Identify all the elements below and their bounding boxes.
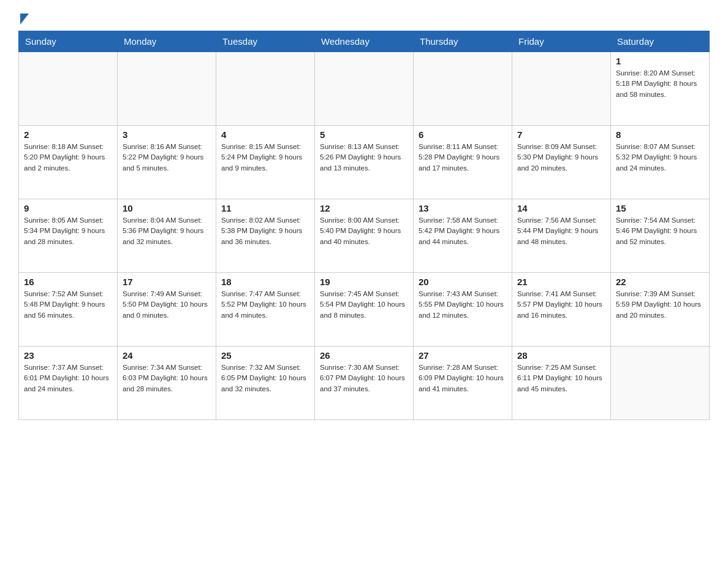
- day-number: 16: [24, 277, 112, 287]
- day-info: Sunrise: 8:09 AM Sunset: 5:30 PM Dayligh…: [517, 142, 605, 174]
- calendar-cell: 5Sunrise: 8:13 AM Sunset: 5:26 PM Daylig…: [315, 126, 414, 199]
- day-info: Sunrise: 7:56 AM Sunset: 5:44 PM Dayligh…: [517, 215, 605, 247]
- calendar-cell: [315, 52, 414, 126]
- calendar-cell: 3Sunrise: 8:16 AM Sunset: 5:22 PM Daylig…: [118, 126, 216, 199]
- calendar-table: SundayMondayTuesdayWednesdayThursdayFrid…: [18, 31, 710, 420]
- day-number: 7: [517, 129, 605, 140]
- calendar-cell: 26Sunrise: 7:30 AM Sunset: 6:07 PM Dayli…: [315, 347, 414, 420]
- day-info: Sunrise: 7:54 AM Sunset: 5:46 PM Dayligh…: [616, 215, 704, 247]
- day-info: Sunrise: 8:11 AM Sunset: 5:28 PM Dayligh…: [419, 142, 507, 174]
- day-number: 22: [616, 277, 704, 287]
- week-row-4: 23Sunrise: 7:37 AM Sunset: 6:01 PM Dayli…: [19, 347, 710, 420]
- day-number: 1: [616, 56, 704, 66]
- day-number: 2: [24, 129, 112, 140]
- day-header-thursday: Thursday: [414, 31, 512, 52]
- day-info: Sunrise: 7:25 AM Sunset: 6:11 PM Dayligh…: [517, 362, 605, 394]
- day-info: Sunrise: 8:16 AM Sunset: 5:22 PM Dayligh…: [123, 142, 211, 174]
- calendar-cell: 21Sunrise: 7:41 AM Sunset: 5:57 PM Dayli…: [512, 273, 611, 347]
- day-number: 14: [517, 203, 605, 213]
- day-number: 6: [419, 129, 507, 140]
- day-number: 28: [517, 350, 605, 361]
- day-header-saturday: Saturday: [611, 31, 710, 52]
- day-info: Sunrise: 7:45 AM Sunset: 5:54 PM Dayligh…: [320, 289, 408, 321]
- calendar-cell: 14Sunrise: 7:56 AM Sunset: 5:44 PM Dayli…: [512, 199, 611, 273]
- week-row-1: 2Sunrise: 8:18 AM Sunset: 5:20 PM Daylig…: [19, 126, 710, 199]
- day-number: 25: [221, 350, 309, 361]
- day-info: Sunrise: 7:58 AM Sunset: 5:42 PM Dayligh…: [419, 215, 507, 247]
- calendar-cell: 4Sunrise: 8:15 AM Sunset: 5:24 PM Daylig…: [216, 126, 315, 199]
- logo-triangle-icon: [20, 13, 29, 25]
- calendar-cell: [216, 52, 315, 126]
- day-number: 26: [320, 350, 408, 361]
- day-number: 12: [320, 203, 408, 213]
- calendar-cell: [414, 52, 512, 126]
- week-row-0: 1Sunrise: 8:20 AM Sunset: 5:18 PM Daylig…: [19, 52, 710, 126]
- day-info: Sunrise: 8:15 AM Sunset: 5:24 PM Dayligh…: [221, 142, 309, 174]
- day-header-friday: Friday: [512, 31, 611, 52]
- day-number: 9: [24, 203, 112, 213]
- week-row-2: 9Sunrise: 8:05 AM Sunset: 5:34 PM Daylig…: [19, 199, 710, 273]
- calendar-cell: 10Sunrise: 8:04 AM Sunset: 5:36 PM Dayli…: [118, 199, 216, 273]
- day-header-monday: Monday: [118, 31, 216, 52]
- calendar-cell: 25Sunrise: 7:32 AM Sunset: 6:05 PM Dayli…: [216, 347, 315, 420]
- day-number: 10: [123, 203, 211, 213]
- calendar-cell: 27Sunrise: 7:28 AM Sunset: 6:09 PM Dayli…: [414, 347, 512, 420]
- day-info: Sunrise: 8:07 AM Sunset: 5:32 PM Dayligh…: [616, 142, 704, 174]
- day-info: Sunrise: 8:18 AM Sunset: 5:20 PM Dayligh…: [24, 142, 112, 174]
- calendar-cell: [611, 347, 710, 420]
- day-info: Sunrise: 8:13 AM Sunset: 5:26 PM Dayligh…: [320, 142, 408, 174]
- day-info: Sunrise: 8:05 AM Sunset: 5:34 PM Dayligh…: [24, 215, 112, 247]
- day-info: Sunrise: 7:37 AM Sunset: 6:01 PM Dayligh…: [24, 362, 112, 394]
- day-info: Sunrise: 7:43 AM Sunset: 5:55 PM Dayligh…: [419, 289, 507, 321]
- calendar-cell: 16Sunrise: 7:52 AM Sunset: 5:48 PM Dayli…: [19, 273, 118, 347]
- day-number: 15: [616, 203, 704, 213]
- calendar-cell: 8Sunrise: 8:07 AM Sunset: 5:32 PM Daylig…: [611, 126, 710, 199]
- day-number: 21: [517, 277, 605, 287]
- day-number: 11: [221, 203, 309, 213]
- day-number: 18: [221, 277, 309, 287]
- calendar-cell: 20Sunrise: 7:43 AM Sunset: 5:55 PM Dayli…: [414, 273, 512, 347]
- calendar-cell: 24Sunrise: 7:34 AM Sunset: 6:03 PM Dayli…: [118, 347, 216, 420]
- day-info: Sunrise: 8:20 AM Sunset: 5:18 PM Dayligh…: [616, 68, 704, 100]
- calendar-cell: 9Sunrise: 8:05 AM Sunset: 5:34 PM Daylig…: [19, 199, 118, 273]
- day-info: Sunrise: 7:47 AM Sunset: 5:52 PM Dayligh…: [221, 289, 309, 321]
- calendar-cell: 15Sunrise: 7:54 AM Sunset: 5:46 PM Dayli…: [611, 199, 710, 273]
- calendar-header-row: SundayMondayTuesdayWednesdayThursdayFrid…: [19, 31, 710, 52]
- day-number: 19: [320, 277, 408, 287]
- day-info: Sunrise: 7:52 AM Sunset: 5:48 PM Dayligh…: [24, 289, 112, 321]
- calendar-cell: 17Sunrise: 7:49 AM Sunset: 5:50 PM Dayli…: [118, 273, 216, 347]
- day-number: 20: [419, 277, 507, 287]
- day-header-tuesday: Tuesday: [216, 31, 315, 52]
- day-info: Sunrise: 8:04 AM Sunset: 5:36 PM Dayligh…: [123, 215, 211, 247]
- day-info: Sunrise: 8:00 AM Sunset: 5:40 PM Dayligh…: [320, 215, 408, 247]
- day-info: Sunrise: 7:39 AM Sunset: 5:59 PM Dayligh…: [616, 289, 704, 321]
- day-number: 13: [419, 203, 507, 213]
- calendar-cell: 12Sunrise: 8:00 AM Sunset: 5:40 PM Dayli…: [315, 199, 414, 273]
- calendar-cell: 28Sunrise: 7:25 AM Sunset: 6:11 PM Dayli…: [512, 347, 611, 420]
- calendar-cell: 2Sunrise: 8:18 AM Sunset: 5:20 PM Daylig…: [19, 126, 118, 199]
- day-info: Sunrise: 7:30 AM Sunset: 6:07 PM Dayligh…: [320, 362, 408, 394]
- day-info: Sunrise: 7:41 AM Sunset: 5:57 PM Dayligh…: [517, 289, 605, 321]
- calendar-cell: [19, 52, 118, 126]
- day-number: 23: [24, 350, 112, 361]
- day-info: Sunrise: 7:49 AM Sunset: 5:50 PM Dayligh…: [123, 289, 211, 321]
- day-info: Sunrise: 8:02 AM Sunset: 5:38 PM Dayligh…: [221, 215, 309, 247]
- calendar-cell: 13Sunrise: 7:58 AM Sunset: 5:42 PM Dayli…: [414, 199, 512, 273]
- day-info: Sunrise: 7:28 AM Sunset: 6:09 PM Dayligh…: [419, 362, 507, 394]
- calendar-cell: 7Sunrise: 8:09 AM Sunset: 5:30 PM Daylig…: [512, 126, 611, 199]
- calendar-cell: 6Sunrise: 8:11 AM Sunset: 5:28 PM Daylig…: [414, 126, 512, 199]
- logo: [18, 12, 29, 25]
- week-row-3: 16Sunrise: 7:52 AM Sunset: 5:48 PM Dayli…: [19, 273, 710, 347]
- calendar-cell: 23Sunrise: 7:37 AM Sunset: 6:01 PM Dayli…: [19, 347, 118, 420]
- calendar-cell: 22Sunrise: 7:39 AM Sunset: 5:59 PM Dayli…: [611, 273, 710, 347]
- day-info: Sunrise: 7:32 AM Sunset: 6:05 PM Dayligh…: [221, 362, 309, 394]
- day-number: 17: [123, 277, 211, 287]
- calendar-cell: [512, 52, 611, 126]
- day-header-sunday: Sunday: [19, 31, 118, 52]
- day-number: 27: [419, 350, 507, 361]
- calendar-cell: 18Sunrise: 7:47 AM Sunset: 5:52 PM Dayli…: [216, 273, 315, 347]
- calendar-cell: [118, 52, 216, 126]
- day-header-wednesday: Wednesday: [315, 31, 414, 52]
- day-info: Sunrise: 7:34 AM Sunset: 6:03 PM Dayligh…: [123, 362, 211, 394]
- calendar-cell: 11Sunrise: 8:02 AM Sunset: 5:38 PM Dayli…: [216, 199, 315, 273]
